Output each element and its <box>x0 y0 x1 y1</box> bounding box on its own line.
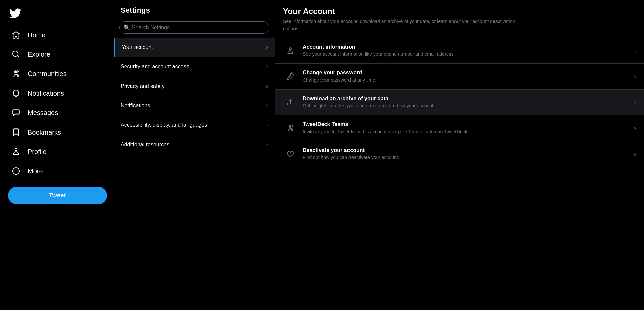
settings-menu-item-your-account[interactable]: Your account › <box>114 38 275 57</box>
heart-icon <box>283 147 298 161</box>
profile-icon <box>11 146 21 157</box>
option-desc-account-information: See your account information like your p… <box>303 51 631 58</box>
sidebar-item-bookmarks[interactable]: Bookmarks <box>3 123 111 142</box>
twitter-logo[interactable] <box>0 3 114 23</box>
settings-menu: Your account › Security and account acce… <box>114 38 275 154</box>
sidebar-item-profile[interactable]: Profile <box>3 142 111 161</box>
account-option-tweetdeck-teams[interactable]: TweetDeck Teams Invite anyone to Tweet f… <box>275 115 644 141</box>
settings-title: Settings <box>114 0 275 19</box>
settings-menu-label-privacy: Privacy and safety <box>121 83 165 89</box>
chevron-right-icon: › <box>266 44 268 51</box>
messages-icon <box>11 107 21 118</box>
option-desc-change-password: Change your password at any time. <box>303 77 631 84</box>
person-icon <box>283 43 298 58</box>
option-chevron-tweetdeck-teams: › <box>634 125 636 132</box>
twitter-bird-icon <box>9 7 21 19</box>
settings-menu-item-security[interactable]: Security and account access › <box>114 57 275 76</box>
sidebar-item-label-messages: Messages <box>28 109 58 117</box>
chevron-right-icon: › <box>266 141 268 148</box>
search-settings-input[interactable] <box>132 24 264 31</box>
option-desc-tweetdeck-teams: Invite anyone to Tweet from this account… <box>303 128 631 135</box>
settings-menu-label-notifications: Notifications <box>121 103 150 109</box>
people-icon <box>283 121 298 136</box>
settings-menu-label-security: Security and account access <box>121 64 189 70</box>
notifications-icon <box>11 88 21 99</box>
chevron-right-icon: › <box>266 83 268 90</box>
settings-menu-item-notifications[interactable]: Notifications › <box>114 96 275 115</box>
option-chevron-deactivate: › <box>634 151 636 158</box>
account-option-deactivate[interactable]: Deactivate your account Find out how you… <box>275 141 644 167</box>
account-options: Account information See your account inf… <box>275 38 644 167</box>
option-desc-download-archive: Get insights into the type of informatio… <box>303 103 631 109</box>
settings-menu-item-additional[interactable]: Additional resources › <box>114 135 275 154</box>
chevron-right-icon: › <box>266 63 268 70</box>
search-icon: 🔍 <box>124 24 130 31</box>
main-panel: Your Account See information about your … <box>275 0 644 310</box>
chevron-right-icon: › <box>266 102 268 109</box>
sidebar-item-communities[interactable]: Communities <box>3 64 111 83</box>
sidebar: Home Explore Communities Notifications M… <box>0 0 114 310</box>
sidebar-item-explore[interactable]: Explore <box>3 45 111 64</box>
option-chevron-account-information: › <box>634 47 636 54</box>
sidebar-item-label-explore: Explore <box>28 51 50 58</box>
option-title-tweetdeck-teams: TweetDeck Teams <box>303 121 631 127</box>
option-chevron-download-archive: › <box>634 99 636 106</box>
option-chevron-change-password: › <box>634 73 636 80</box>
your-account-title: Your Account <box>283 7 636 16</box>
settings-panel: Settings 🔍 Your account › Security and a… <box>114 0 275 310</box>
settings-menu-item-privacy[interactable]: Privacy and safety › <box>114 76 275 96</box>
download-icon <box>283 95 298 110</box>
search-settings-wrapper: 🔍 <box>114 19 275 38</box>
account-option-account-information[interactable]: Account information See your account inf… <box>275 38 644 64</box>
option-desc-deactivate: Find out how you can deactivate your acc… <box>303 154 631 161</box>
communities-icon <box>11 68 21 79</box>
your-account-header: Your Account See information about your … <box>275 0 644 38</box>
settings-menu-item-accessibility[interactable]: Accessibility, display, and languages › <box>114 115 275 135</box>
sidebar-item-more[interactable]: More <box>3 162 111 180</box>
chevron-right-icon: › <box>266 121 268 128</box>
sidebar-item-label-communities: Communities <box>28 70 67 78</box>
account-option-download-archive[interactable]: Download an archive of your data Get ins… <box>275 90 644 115</box>
option-title-download-archive: Download an archive of your data <box>303 96 631 102</box>
sidebar-item-label-notifications: Notifications <box>28 90 64 97</box>
sidebar-item-messages[interactable]: Messages <box>3 103 111 122</box>
tweet-button[interactable]: Tweet <box>8 187 107 204</box>
nav-items: Home Explore Communities Notifications M… <box>0 25 114 181</box>
sidebar-item-label-more: More <box>28 167 43 175</box>
explore-icon <box>11 49 21 60</box>
sidebar-item-notifications[interactable]: Notifications <box>3 84 111 103</box>
option-title-change-password: Change your password <box>303 70 631 76</box>
key-icon <box>283 69 298 84</box>
your-account-description: See information about your account, down… <box>283 18 518 32</box>
sidebar-item-label-bookmarks: Bookmarks <box>28 128 61 136</box>
sidebar-item-label-home: Home <box>28 31 45 39</box>
settings-menu-label-additional: Additional resources <box>121 142 169 148</box>
search-settings-field[interactable]: 🔍 <box>119 21 269 34</box>
sidebar-item-label-profile: Profile <box>28 148 47 156</box>
settings-menu-label-your-account: Your account <box>122 44 153 50</box>
settings-menu-label-accessibility: Accessibility, display, and languages <box>121 122 207 128</box>
option-title-account-information: Account information <box>303 44 631 50</box>
sidebar-item-home[interactable]: Home <box>3 25 111 44</box>
account-option-change-password[interactable]: Change your password Change your passwor… <box>275 64 644 90</box>
option-title-deactivate: Deactivate your account <box>303 147 631 153</box>
home-icon <box>11 30 21 40</box>
more-icon <box>11 166 21 176</box>
bookmarks-icon <box>11 127 21 138</box>
